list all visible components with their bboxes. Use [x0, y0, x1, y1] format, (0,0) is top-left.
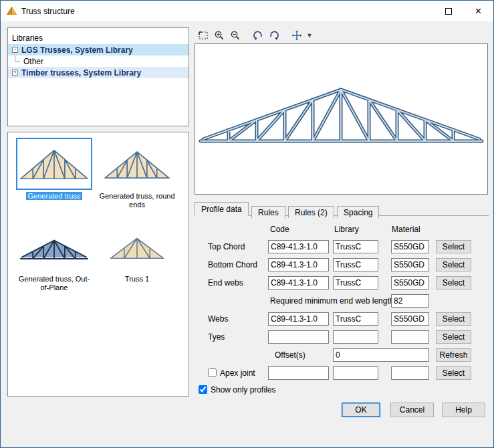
ok-button[interactable]: OK — [342, 403, 380, 417]
webs-select-button[interactable]: Select — [436, 312, 471, 326]
tree-item-timber-trusses[interactable]: + Timber trusses, System Library — [8, 67, 189, 78]
truss-thumbnail — [16, 221, 92, 273]
webs-code-field[interactable] — [268, 312, 329, 326]
gallery-item-generated-truss-out-of-plane[interactable]: Generated truss, Out-of-Plane — [15, 221, 94, 292]
offsets-field[interactable] — [333, 348, 429, 362]
libraries-tree-panel: Libraries - LGS Trusses, System Library … — [7, 27, 189, 126]
thumbnail-caption: Generated truss — [15, 192, 94, 201]
truss-thumbnail — [99, 138, 175, 190]
app-icon — [6, 5, 17, 17]
truss-preview[interactable] — [195, 43, 488, 195]
top-chord-material-field[interactable] — [391, 240, 429, 253]
end-webs-material-field[interactable] — [391, 276, 429, 290]
tab-profile-data[interactable]: Profile data — [195, 202, 249, 216]
truss-thumbnail-image — [105, 229, 169, 264]
apex-joint-checkbox[interactable] — [208, 368, 217, 377]
truss-thumbnail — [16, 138, 92, 190]
top-chord-code-field[interactable] — [268, 240, 329, 253]
top-chord-library-field[interactable] — [333, 240, 378, 253]
tab-rules-2[interactable]: Rules (2) — [288, 206, 334, 218]
window-title: Truss structure — [21, 7, 75, 16]
tyes-material-field[interactable] — [391, 330, 429, 344]
tyes-label: Tyes — [208, 330, 225, 344]
column-header-material: Material — [392, 223, 420, 236]
show-only-profiles-label: Show only profiles — [211, 384, 275, 398]
bottom-chord-label: Bottom Chord — [208, 258, 257, 271]
truss-thumbnail — [99, 221, 175, 273]
min-end-web-length-label: Required minimum end web length — [270, 294, 394, 308]
gallery-item-generated-truss-round-ends[interactable]: Generated truss, round ends — [98, 138, 176, 209]
maximize-icon[interactable] — [433, 1, 463, 21]
truss-preview-drawing — [195, 44, 487, 194]
titlebar[interactable]: Truss structure ✕ — [1, 1, 493, 21]
pan-icon[interactable] — [289, 28, 305, 42]
preview-toolbar: ▼ — [195, 28, 314, 42]
truss-thumbnail-image — [102, 143, 172, 185]
top-chord-select-button[interactable]: Select — [436, 240, 471, 253]
thumbnail-caption: Generated truss, round ends — [98, 192, 176, 209]
libraries-header: Libraries — [8, 32, 189, 44]
webs-label: Webs — [208, 312, 228, 326]
tabstrip: Profile data Rules Rules (2) Spacing — [195, 202, 489, 216]
offsets-label: Offset(s) — [275, 348, 305, 362]
tyes-library-field[interactable] — [333, 330, 378, 344]
bottom-chord-library-field[interactable] — [333, 258, 378, 271]
show-only-profiles-checkbox[interactable] — [199, 385, 207, 394]
bottom-chord-material-field[interactable] — [391, 258, 429, 271]
collapse-icon[interactable]: - — [12, 47, 18, 53]
cancel-button[interactable]: Cancel — [390, 403, 434, 417]
tree-item-label: LGS Trusses, System Library — [21, 45, 133, 55]
top-chord-label: Top Chord — [208, 240, 245, 253]
tyes-code-field[interactable] — [268, 330, 329, 344]
rotate-ccw-icon[interactable] — [250, 28, 266, 42]
marquee-zoom-icon[interactable] — [195, 28, 211, 42]
apex-joint-label: Apex joint — [220, 368, 255, 381]
tree-branch-line — [15, 55, 20, 62]
bottom-chord-select-button[interactable]: Select — [436, 258, 471, 271]
offsets-refresh-button[interactable]: Refresh — [436, 348, 471, 362]
apex-joint-library-field[interactable] — [333, 366, 378, 380]
truss-thumbnail-image — [19, 226, 90, 267]
thumbnail-caption: Generated truss, Out-of-Plane — [15, 275, 94, 292]
tab-rules[interactable]: Rules — [251, 206, 285, 218]
tree-item-label: Other — [23, 57, 43, 66]
close-icon[interactable]: ✕ — [463, 1, 493, 21]
apex-joint-material-field[interactable] — [391, 366, 429, 380]
tree-item-lgs-trusses[interactable]: - LGS Trusses, System Library — [8, 44, 189, 55]
min-end-web-length-field[interactable] — [391, 294, 429, 308]
truss-thumbnail-image — [19, 143, 90, 185]
zoom-in-icon[interactable] — [211, 28, 227, 42]
tree-item-label: Timber trusses, System Library — [21, 68, 141, 78]
tyes-select-button[interactable]: Select — [436, 330, 471, 344]
column-header-library: Library — [334, 223, 359, 236]
bottom-chord-code-field[interactable] — [268, 258, 329, 271]
tree-item-other[interactable]: Other — [8, 55, 189, 67]
end-webs-select-button[interactable]: Select — [436, 276, 471, 290]
help-button[interactable]: Help — [442, 403, 485, 417]
gallery-item-generated-truss[interactable]: Generated truss — [15, 138, 94, 201]
truss-gallery: Generated truss Generated truss, round e… — [7, 132, 189, 397]
expand-icon[interactable]: + — [12, 70, 18, 76]
column-header-code: Code — [270, 223, 289, 236]
apex-joint-code-field[interactable] — [268, 366, 329, 380]
end-webs-library-field[interactable] — [333, 276, 378, 290]
rotate-cw-icon[interactable] — [266, 28, 282, 42]
webs-material-field[interactable] — [391, 312, 429, 326]
end-webs-code-field[interactable] — [268, 276, 329, 290]
chevron-down-icon[interactable]: ▼ — [305, 28, 314, 42]
thumbnail-caption: Truss 1 — [98, 275, 176, 284]
tab-spacing[interactable]: Spacing — [337, 206, 379, 218]
apex-joint-select-button[interactable]: Select — [436, 366, 471, 380]
end-webs-label: End webs — [208, 276, 243, 290]
gallery-item-truss-1[interactable]: Truss 1 — [98, 221, 176, 284]
zoom-out-icon[interactable] — [227, 28, 243, 42]
webs-library-field[interactable] — [333, 312, 378, 326]
truss-structure-dialog: Truss structure ✕ Libraries - LGS Trusse… — [0, 0, 494, 448]
